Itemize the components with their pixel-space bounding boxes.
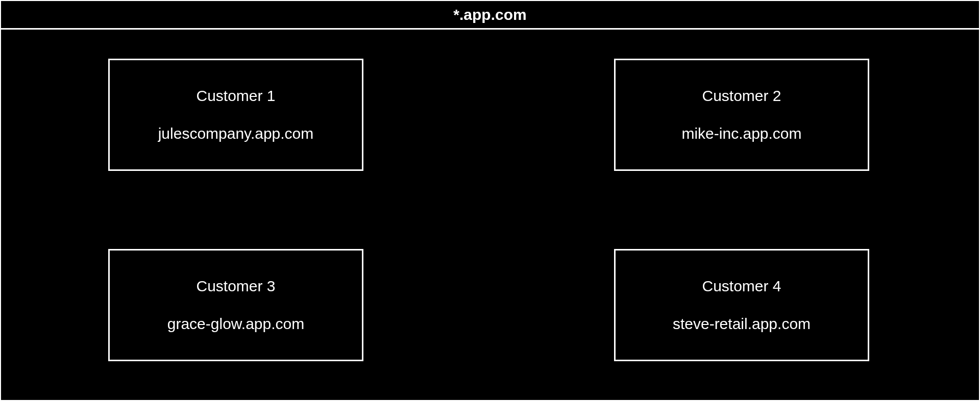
customer-domain: mike-inc.app.com <box>681 125 801 142</box>
customer-label: Customer 3 <box>196 278 275 295</box>
customer-card-3: Customer 3 grace-glow.app.com <box>108 249 363 361</box>
customer-card-4: Customer 4 steve-retail.app.com <box>614 249 869 361</box>
grid-cell: Customer 1 julescompany.app.com <box>1 59 490 171</box>
header-bar: *.app.com <box>1 1 979 30</box>
grid-cell: Customer 4 steve-retail.app.com <box>490 249 979 361</box>
diagram-container: *.app.com Customer 1 julescompany.app.co… <box>0 0 980 401</box>
customer-label: Customer 4 <box>702 278 781 295</box>
grid-cell: Customer 3 grace-glow.app.com <box>1 249 490 361</box>
customer-card-1: Customer 1 julescompany.app.com <box>108 59 363 171</box>
customer-card-2: Customer 2 mike-inc.app.com <box>614 59 869 171</box>
customer-grid: Customer 1 julescompany.app.com Customer… <box>1 45 979 374</box>
customer-label: Customer 1 <box>196 87 275 105</box>
customer-domain: steve-retail.app.com <box>673 315 811 333</box>
customer-domain: julescompany.app.com <box>158 125 314 142</box>
customer-label: Customer 2 <box>702 87 781 105</box>
customer-domain: grace-glow.app.com <box>167 315 304 333</box>
header-title: *.app.com <box>453 6 526 23</box>
diagram-body: Customer 1 julescompany.app.com Customer… <box>1 30 979 400</box>
grid-cell: Customer 2 mike-inc.app.com <box>490 59 979 171</box>
